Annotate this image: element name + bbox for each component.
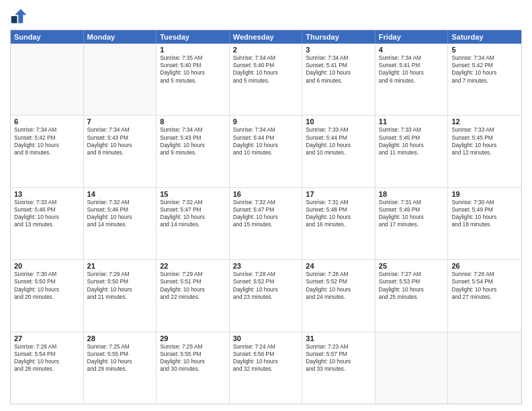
day-info-line: and 28 minutes. (14, 365, 80, 373)
day-info-line: Sunrise: 7:34 AM (451, 54, 518, 62)
day-info-line: and 22 minutes. (160, 293, 226, 301)
day-number: 6 (14, 118, 80, 126)
day-info-line: and 30 minutes. (160, 365, 226, 373)
calendar-row-1: 1Sunrise: 7:35 AMSunset: 5:40 PMDaylight… (11, 44, 521, 115)
day-number: 15 (160, 190, 226, 198)
day-cell-3: 3Sunrise: 7:34 AMSunset: 5:41 PMDaylight… (302, 44, 375, 115)
day-info-line: Sunrise: 7:31 AM (306, 199, 371, 206)
day-number: 23 (233, 262, 299, 270)
day-info-line: and 20 minutes. (14, 293, 80, 301)
day-cell-23: 23Sunrise: 7:28 AMSunset: 5:52 PMDayligh… (230, 260, 303, 331)
calendar-header: SundayMondayTuesdayWednesdayThursdayFrid… (11, 30, 521, 44)
day-info-line: Sunset: 5:48 PM (306, 206, 371, 214)
day-info-line: Sunset: 5:43 PM (160, 134, 226, 142)
calendar-row-2: 6Sunrise: 7:34 AMSunset: 5:42 PMDaylight… (11, 115, 521, 187)
calendar: SundayMondayTuesdayWednesdayThursdayFrid… (10, 30, 522, 404)
day-info-line: and 17 minutes. (379, 221, 445, 228)
day-cell-12: 12Sunrise: 7:33 AMSunset: 5:45 PMDayligh… (448, 116, 521, 187)
day-number: 18 (379, 190, 445, 198)
day-cell-25: 25Sunrise: 7:27 AMSunset: 5:53 PMDayligh… (375, 260, 449, 331)
day-number: 27 (14, 334, 80, 342)
day-info-line: Sunrise: 7:26 AM (451, 271, 518, 278)
day-number: 13 (14, 190, 80, 198)
day-info-line: Sunrise: 7:33 AM (451, 126, 518, 134)
day-info-line: and 32 minutes. (233, 365, 299, 373)
day-info-line: Sunset: 5:42 PM (14, 134, 80, 142)
day-info-line: Sunset: 5:51 PM (160, 278, 226, 285)
day-info-line: Sunrise: 7:28 AM (233, 271, 299, 278)
day-info-line: Sunset: 5:44 PM (233, 134, 299, 142)
day-info-line: and 33 minutes. (306, 365, 371, 373)
day-number: 25 (379, 262, 445, 270)
day-cell-22: 22Sunrise: 7:29 AMSunset: 5:51 PMDayligh… (157, 260, 230, 331)
day-cell-1: 1Sunrise: 7:35 AMSunset: 5:40 PMDaylight… (157, 44, 230, 115)
day-info-line: Sunrise: 7:25 AM (87, 343, 153, 351)
day-info-line: Sunrise: 7:34 AM (14, 126, 80, 134)
day-info-line: Daylight: 10 hours (14, 286, 80, 293)
day-info-line: Sunset: 5:54 PM (14, 351, 80, 358)
day-info-line: Daylight: 10 hours (87, 142, 153, 149)
calendar-row-4: 20Sunrise: 7:30 AMSunset: 5:50 PMDayligh… (11, 259, 521, 331)
day-info-line: Daylight: 10 hours (451, 69, 518, 77)
day-info-line: and 21 minutes. (87, 293, 153, 301)
day-number: 29 (160, 334, 226, 342)
day-number: 11 (379, 118, 445, 126)
day-info-line: Daylight: 10 hours (306, 214, 371, 221)
day-info-line: and 14 minutes. (87, 221, 153, 228)
day-info-line: and 18 minutes. (451, 221, 518, 228)
day-number: 4 (379, 46, 445, 54)
day-info-line: Daylight: 10 hours (379, 286, 445, 293)
day-info-line: and 6 minutes. (379, 77, 445, 85)
day-info-line: Sunset: 5:40 PM (160, 62, 226, 69)
day-number: 12 (451, 118, 518, 126)
day-cell-21: 21Sunrise: 7:29 AMSunset: 5:50 PMDayligh… (84, 260, 157, 331)
day-info-line: and 10 minutes. (306, 149, 371, 156)
day-info-line: Sunset: 5:41 PM (306, 62, 371, 69)
day-info-line: Sunset: 5:52 PM (233, 278, 299, 285)
day-number: 24 (306, 262, 371, 270)
day-info-line: Daylight: 10 hours (160, 142, 226, 149)
day-info-line: Sunrise: 7:34 AM (306, 54, 371, 62)
day-info-line: and 10 minutes. (233, 149, 299, 156)
day-info-line: Daylight: 10 hours (233, 69, 299, 77)
day-number: 17 (306, 190, 371, 198)
day-info-line: Sunrise: 7:32 AM (87, 199, 153, 206)
day-info-line: Sunrise: 7:28 AM (306, 271, 371, 278)
day-info-line: and 5 minutes. (160, 77, 226, 85)
day-number: 26 (451, 262, 518, 270)
day-info-line: and 8 minutes. (14, 149, 80, 156)
day-number: 21 (87, 262, 153, 270)
day-number: 9 (233, 118, 299, 126)
day-info-line: Sunrise: 7:33 AM (306, 126, 371, 134)
day-info-line: and 12 minutes. (451, 149, 518, 156)
day-info-line: Sunrise: 7:30 AM (14, 271, 80, 278)
day-number: 31 (306, 334, 371, 342)
day-info-line: Daylight: 10 hours (451, 142, 518, 149)
day-info-line: Sunrise: 7:31 AM (379, 199, 445, 206)
day-info-line: Sunset: 5:43 PM (87, 134, 153, 142)
day-info-line: Daylight: 10 hours (87, 358, 153, 365)
day-info-line: Sunrise: 7:34 AM (87, 126, 153, 134)
logo-icon (10, 7, 29, 26)
day-info-line: Daylight: 10 hours (233, 214, 299, 221)
day-info-line: and 27 minutes. (451, 293, 518, 301)
day-info-line: Sunset: 5:44 PM (306, 134, 371, 142)
day-info-line: Sunrise: 7:25 AM (160, 343, 226, 351)
svg-rect-2 (11, 16, 17, 24)
day-info-line: Sunset: 5:47 PM (160, 206, 226, 214)
day-info-line: Daylight: 10 hours (87, 214, 153, 221)
day-cell-14: 14Sunrise: 7:32 AMSunset: 5:46 PMDayligh… (84, 188, 157, 259)
day-info-line: Sunset: 5:56 PM (233, 351, 299, 358)
day-info-line: Daylight: 10 hours (87, 286, 153, 293)
header (10, 7, 522, 26)
day-info-line: Sunrise: 7:34 AM (379, 54, 445, 62)
calendar-row-5: 27Sunrise: 7:26 AMSunset: 5:54 PMDayligh… (11, 332, 521, 404)
day-info-line: Daylight: 10 hours (306, 286, 371, 293)
day-info-line: Daylight: 10 hours (379, 69, 445, 77)
day-info-line: and 8 minutes. (87, 149, 153, 156)
day-info-line: Sunset: 5:46 PM (87, 206, 153, 214)
empty-cell (375, 332, 449, 404)
day-info-line: and 23 minutes. (233, 293, 299, 301)
day-info-line: and 7 minutes. (451, 77, 518, 85)
day-info-line: Daylight: 10 hours (160, 358, 226, 365)
